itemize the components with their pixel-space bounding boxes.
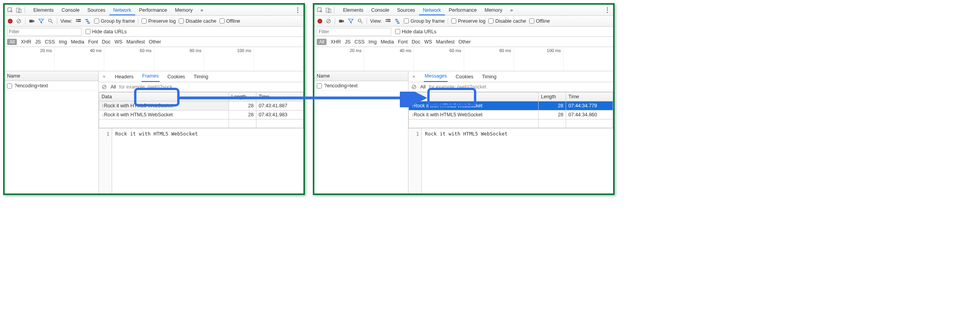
- clear-frames-icon[interactable]: [411, 84, 417, 90]
- frames-all[interactable]: All: [420, 84, 426, 90]
- search-icon[interactable]: [357, 18, 363, 24]
- camera-icon[interactable]: [338, 18, 345, 24]
- name-header[interactable]: Name: [5, 71, 98, 81]
- type-ws[interactable]: WS: [424, 39, 432, 45]
- preserve-checkbox[interactable]: Preserve log: [451, 18, 485, 24]
- group-checkbox[interactable]: Group by frame: [94, 18, 135, 24]
- filter-icon[interactable]: [38, 18, 44, 24]
- name-header[interactable]: Name: [314, 71, 408, 81]
- camera-icon[interactable]: [29, 18, 35, 24]
- close-icon[interactable]: ×: [103, 74, 107, 82]
- timeline[interactable]: 20 ms 40 ms 60 ms 80 ms 100 ms: [5, 47, 303, 71]
- tab-console[interactable]: Console: [367, 5, 393, 15]
- tabs-overflow[interactable]: »: [506, 5, 517, 15]
- record-icon[interactable]: [8, 19, 13, 23]
- kebab-icon[interactable]: [295, 7, 301, 13]
- inspect-icon[interactable]: [317, 7, 323, 13]
- request-row[interactable]: ?encoding=text: [5, 81, 98, 91]
- device-icon[interactable]: [16, 7, 22, 13]
- type-ws[interactable]: WS: [114, 39, 122, 45]
- type-doc[interactable]: Doc: [102, 39, 111, 45]
- tab-cookies[interactable]: Cookies: [455, 74, 474, 82]
- col-time[interactable]: Time: [566, 92, 613, 101]
- hide-data-urls-checkbox[interactable]: Hide data URLs: [395, 29, 436, 34]
- type-media[interactable]: Media: [71, 39, 84, 45]
- type-css[interactable]: CSS: [354, 39, 365, 45]
- request-row[interactable]: ?encoding=text: [314, 81, 408, 91]
- tab-network[interactable]: Network: [419, 5, 445, 15]
- svg-rect-22: [339, 20, 343, 22]
- close-icon[interactable]: ×: [412, 74, 417, 82]
- view-list-icon[interactable]: [75, 18, 82, 24]
- offline-checkbox[interactable]: Offline: [220, 18, 240, 24]
- group-checkbox[interactable]: Group by frame: [404, 18, 445, 24]
- type-img[interactable]: Img: [59, 39, 67, 45]
- type-doc[interactable]: Doc: [412, 39, 420, 45]
- clear-icon[interactable]: [325, 18, 332, 24]
- view-waterfall-icon[interactable]: [85, 18, 91, 24]
- filter-input[interactable]: [7, 28, 82, 36]
- tabs-overflow[interactable]: »: [196, 5, 207, 15]
- type-all[interactable]: All: [7, 39, 17, 45]
- request-checkbox[interactable]: [317, 83, 322, 89]
- payload-text[interactable]: Rock it with HTML5 WebSocket: [422, 128, 511, 193]
- record-icon[interactable]: [318, 19, 322, 23]
- frames-all[interactable]: All: [111, 84, 116, 90]
- tab-timing[interactable]: Timing: [193, 74, 209, 82]
- network-toolbar: View: Group by frame Preserve log Disabl…: [5, 16, 303, 27]
- kebab-icon[interactable]: [604, 7, 611, 13]
- tab-sources[interactable]: Sources: [393, 5, 419, 15]
- col-length[interactable]: Length: [229, 92, 256, 101]
- type-manifest[interactable]: Manifest: [436, 39, 454, 45]
- type-img[interactable]: Img: [368, 39, 377, 45]
- type-font[interactable]: Font: [88, 39, 98, 45]
- request-checkbox[interactable]: [7, 83, 12, 89]
- type-js[interactable]: JS: [35, 39, 41, 45]
- tab-elements[interactable]: Elements: [339, 5, 367, 15]
- tab-elements[interactable]: Elements: [29, 5, 58, 15]
- clear-frames-icon[interactable]: [101, 84, 107, 90]
- table-row[interactable]: ↑Rock it with HTML5 WebSocket 28 07:43:4…: [99, 101, 303, 110]
- type-css[interactable]: CSS: [45, 39, 55, 45]
- tab-performance[interactable]: Performance: [135, 5, 171, 15]
- tab-sources[interactable]: Sources: [83, 5, 109, 15]
- type-other[interactable]: Other: [459, 39, 471, 45]
- filter-icon[interactable]: [348, 18, 354, 24]
- tab-timing[interactable]: Timing: [481, 74, 497, 82]
- tab-frames[interactable]: Frames: [142, 73, 160, 82]
- timeline[interactable]: 20 ms 40 ms 60 ms 80 ms 100 ms: [314, 47, 613, 71]
- type-xhr[interactable]: XHR: [330, 39, 341, 45]
- view-list-icon[interactable]: [385, 18, 391, 24]
- preserve-checkbox[interactable]: Preserve log: [142, 18, 176, 24]
- hide-data-urls-checkbox[interactable]: Hide data URLs: [85, 29, 127, 34]
- col-time[interactable]: Time: [256, 92, 303, 101]
- tab-network[interactable]: Network: [109, 5, 135, 15]
- tab-performance[interactable]: Performance: [445, 5, 481, 15]
- payload-text[interactable]: Rock it with HTML5 WebSocket: [112, 128, 201, 193]
- table-row[interactable]: ↓Rock it with HTML5 WebSocket 28 07:44:3…: [409, 110, 613, 119]
- filter-input[interactable]: [317, 28, 391, 36]
- type-manifest[interactable]: Manifest: [126, 39, 145, 45]
- search-icon[interactable]: [47, 18, 54, 24]
- offline-checkbox[interactable]: Offline: [529, 18, 550, 24]
- table-row[interactable]: ↓Rock it with HTML5 WebSocket 28 07:43:4…: [99, 110, 303, 119]
- tab-memory[interactable]: Memory: [171, 5, 196, 15]
- disable-cache-checkbox[interactable]: Disable cache: [179, 18, 216, 24]
- type-all[interactable]: All: [317, 39, 327, 45]
- type-other[interactable]: Other: [149, 39, 161, 45]
- clear-icon[interactable]: [16, 18, 22, 24]
- tab-console[interactable]: Console: [58, 5, 83, 15]
- inspect-icon[interactable]: [7, 7, 13, 13]
- type-xhr[interactable]: XHR: [21, 39, 31, 45]
- tab-cookies[interactable]: Cookies: [167, 74, 186, 82]
- view-waterfall-icon[interactable]: [394, 18, 401, 24]
- tab-headers[interactable]: Headers: [114, 74, 134, 82]
- type-js[interactable]: JS: [345, 39, 351, 45]
- device-icon[interactable]: [325, 7, 332, 13]
- col-length[interactable]: Length: [539, 92, 566, 101]
- tab-memory[interactable]: Memory: [481, 5, 506, 15]
- disable-cache-checkbox[interactable]: Disable cache: [488, 18, 526, 24]
- type-media[interactable]: Media: [381, 39, 394, 45]
- tab-messages[interactable]: Messages: [424, 73, 448, 82]
- type-font[interactable]: Font: [398, 39, 408, 45]
